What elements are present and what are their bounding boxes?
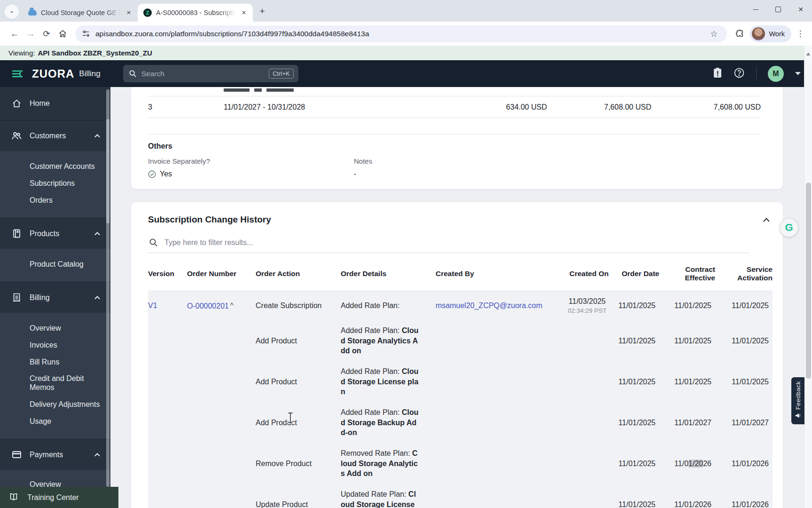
sidebar-item-credit-debit-memos[interactable]: Credit and Debit Memos [0,370,110,396]
service-activation: 11/01/2025 [715,378,773,386]
help-icon[interactable] [734,67,745,80]
zuora-logo: ZUORA [32,67,74,80]
page-scrollbar[interactable] [804,46,812,508]
user-avatar[interactable]: M [768,66,784,82]
new-tab-button[interactable] [256,5,269,18]
sidebar-item-home[interactable]: Home [0,87,110,120]
notes-value: - [354,170,761,178]
browser-url-bar: apisandbox.zuora.com/platform/subscripti… [0,22,812,46]
customers-icon [11,131,22,140]
browser-profile-chip[interactable]: Work [750,25,791,42]
sidebar-item-payments[interactable]: Payments [0,439,110,470]
sidebar-item-usage[interactable]: Usage [0,413,110,429]
scroll-up-arrow-icon[interactable] [806,52,810,56]
search-icon [149,238,158,247]
payments-icon [11,451,22,459]
service-activation: 11/01/2026 [715,460,773,468]
order-date: 11/01/2025 [618,337,659,345]
sidebar-item-bill-runs[interactable]: Bill Runs [0,353,110,370]
header-actions: M [713,66,801,82]
tab-close-icon[interactable] [125,8,133,17]
training-center-button[interactable]: Training Center [0,487,118,508]
text-cursor [287,412,294,425]
sidebar-item-label: Customers [30,132,94,140]
user-menu-caret-icon[interactable] [795,72,801,75]
billing-icon [11,293,22,302]
tab-cloud-storage-quote[interactable]: Cloud Storage Quote GE | Quot [23,4,138,22]
forward-icon[interactable] [23,26,39,42]
history-table-body: V1 O-00000201^ Create Subscription Added… [148,291,773,508]
order-details: Added Rate Plan: Cloud Storage Analytics… [341,325,433,356]
order-date: 11/01/2025 [618,378,659,386]
site-info-icon[interactable] [82,30,90,38]
others-section-title: Others [148,142,761,151]
tab-subscription-active[interactable]: Z A-S00000083 - Subscription - Z [138,4,253,22]
sidebar-item-subscriptions[interactable]: Subscriptions [0,175,110,191]
tab-close-icon[interactable] [240,8,248,17]
sidebar-item-products[interactable]: Products [0,218,110,249]
term-version: 3 [148,103,224,111]
created-by-link[interactable]: msamuel20_ZCPQ@zuora.com [436,302,542,310]
tab-search-chevron-icon[interactable] [5,5,19,19]
order-number-link[interactable]: O-00000201 [187,302,229,310]
history-row: Add Product Added Rate Plan: Cloud Stora… [148,402,773,443]
url-text[interactable]: apisandbox.zuora.com/platform/subscripti… [95,30,707,38]
tab-title: A-S00000083 - Subscription - Z [156,9,235,16]
order-date: 11/01/2025 [618,419,659,427]
system-alerts-icon[interactable] [713,67,722,80]
order-action: Add Product [256,337,341,345]
window-maximize-button[interactable] [767,0,789,19]
sidebar-item-orders[interactable]: Orders [0,191,110,208]
history-filter-input[interactable] [164,238,587,247]
window-close-button[interactable] [789,0,812,19]
history-filter[interactable] [148,235,750,253]
extensions-icon[interactable] [732,26,748,42]
sidebar-scrollbar-thumb[interactable] [106,119,109,223]
order-details: Added Rate Plan: Cloud Storage Backup Ad… [341,407,433,437]
megaphone-icon [795,413,801,419]
bookmark-star-icon[interactable] [707,27,720,40]
sidebar-item-invoices[interactable]: Invoices [0,336,110,353]
subscription-detail-card: 3 11/01/2027 - 10/31/2028 634.00 USD 7,6… [131,87,783,189]
sidebar-item-customer-accounts[interactable]: Customer Accounts [0,158,110,175]
text-selection-highlight: 1/20 [688,460,703,468]
browser-tab-strip: Cloud Storage Quote GE | Quot Z A-S00000… [0,0,812,22]
reload-icon[interactable] [39,26,55,42]
chevron-up-icon [94,232,100,236]
col-created-on: Created On [560,270,618,278]
window-minimize-button[interactable] [744,0,767,19]
order-action: Add Product [256,419,341,427]
page-scrollbar-thumb[interactable] [806,183,811,379]
profile-label: Work [769,30,785,38]
feedback-tab[interactable]: Feedback [791,377,804,424]
sidebar-item-billing-overview[interactable]: Overview [0,319,110,336]
order-expand-caret[interactable]: ^ [230,302,234,309]
sidebar-collapse-icon[interactable] [11,68,25,80]
profile-avatar [752,27,765,40]
grammarly-extension-badge[interactable]: G [780,218,798,237]
change-history-title: Subscription Change History [148,214,271,225]
term-amount-2: 7,608.00 USD [547,103,651,111]
order-action: Create Subscription [256,302,341,310]
omnibox[interactable]: apisandbox.zuora.com/platform/subscripti… [75,25,727,42]
chevron-up-icon [94,453,100,457]
service-activation: 11/01/2026 [715,500,773,508]
global-search[interactable]: Ctrl+K [123,65,298,82]
sidebar-item-product-catalog[interactable]: Product Catalog [0,255,110,272]
order-date: 11/01/2025 [618,500,659,508]
sidebar-item-billing[interactable]: Billing [0,282,110,313]
home-icon[interactable] [55,26,70,42]
clipped-row-fragment [224,88,761,92]
history-row: Add Product Added Rate Plan: Cloud Stora… [148,361,773,402]
product-name: Billing [79,69,100,79]
chevron-up-icon [94,134,100,138]
check-circle-icon [148,170,156,178]
sidebar-item-delivery-adjustments[interactable]: Delivery Adjustments [0,396,110,413]
version-link[interactable]: V1 [148,302,157,310]
sidebar-item-customers[interactable]: Customers [0,120,110,151]
collapse-section-chevron-icon[interactable] [760,215,773,224]
back-icon[interactable] [7,26,23,42]
search-input[interactable] [141,70,269,78]
browser-menu-kebab-icon[interactable] [793,26,807,42]
search-icon [129,70,137,78]
